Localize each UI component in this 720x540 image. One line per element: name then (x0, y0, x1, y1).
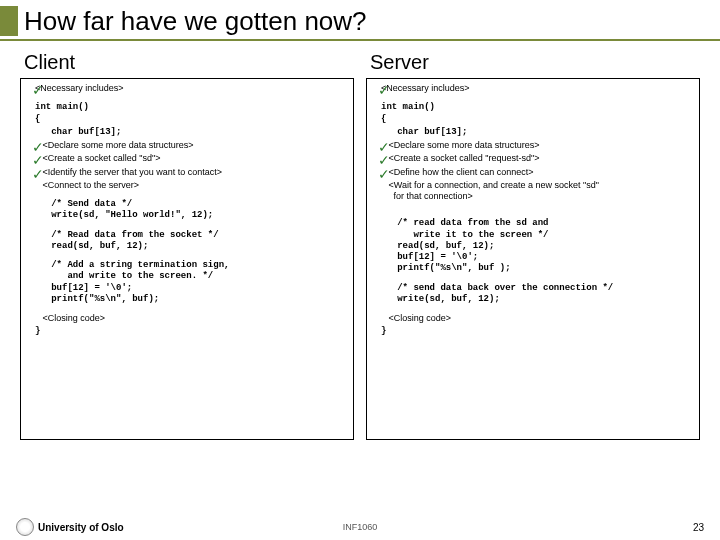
server-column: Server ✓<Necessary includes> int main() … (366, 49, 700, 440)
client-column: Client ✓<Necessary includes> int main() … (20, 49, 354, 440)
server-closing: <Closing code> (381, 313, 695, 324)
server-buf: char buf[13]; (381, 127, 695, 138)
server-main-open: int main() { (381, 102, 695, 125)
footer: University of Oslo INF1060 23 (0, 518, 720, 536)
client-term: /* Add a string termination sign, and wr… (35, 260, 349, 305)
page-number: 23 (693, 522, 704, 533)
check-icon: ✓ (378, 167, 390, 181)
client-read: /* Read data from the socket */ read(sd,… (35, 230, 349, 253)
page-title: How far have we gotten now? (24, 4, 367, 37)
server-heading: Server (370, 51, 700, 74)
seal-icon (16, 518, 34, 536)
client-declare: <Declare some more data structures> (35, 140, 349, 151)
client-necessary: <Necessary includes> (35, 83, 124, 93)
client-codebox: ✓<Necessary includes> int main() { char … (20, 78, 354, 440)
server-codebox: ✓<Necessary includes> int main() { char … (366, 78, 700, 440)
client-buf: char buf[13]; (35, 127, 349, 138)
title-accent (0, 6, 18, 36)
client-heading: Client (24, 51, 354, 74)
server-define: <Define how the client can connect> (381, 167, 695, 178)
server-socket: <Create a socket called "request-sd"> (381, 153, 695, 164)
footer-left: University of Oslo (16, 518, 124, 536)
client-identify: <Identify the server that you want to co… (35, 167, 349, 178)
server-read: /* read data from the sd and write it to… (381, 218, 695, 274)
title-underline (0, 39, 720, 41)
university-label: University of Oslo (38, 522, 124, 533)
client-connect: <Connect to the server> (35, 180, 349, 191)
columns: Client ✓<Necessary includes> int main() … (0, 49, 720, 440)
client-socket: <Create a socket called "sd"> (35, 153, 349, 164)
server-wait: <Wait for a connection, and create a new… (381, 180, 695, 203)
check-icon: ✓ (378, 83, 390, 97)
client-brace: } (35, 326, 349, 337)
footer-center: INF1060 (343, 522, 378, 532)
server-brace: } (381, 326, 695, 337)
check-icon: ✓ (32, 83, 44, 97)
check-icon: ✓ (32, 167, 44, 181)
client-closing: <Closing code> (35, 313, 349, 324)
server-declare: <Declare some more data structures> (381, 140, 695, 151)
title-bar: How far have we gotten now? (0, 0, 720, 37)
client-send: /* Send data */ write(sd, "Hello world!"… (35, 199, 349, 222)
server-necessary: <Necessary includes> (381, 83, 470, 93)
server-send: /* send data back over the connection */… (381, 283, 695, 306)
client-main-open: int main() { (35, 102, 349, 125)
